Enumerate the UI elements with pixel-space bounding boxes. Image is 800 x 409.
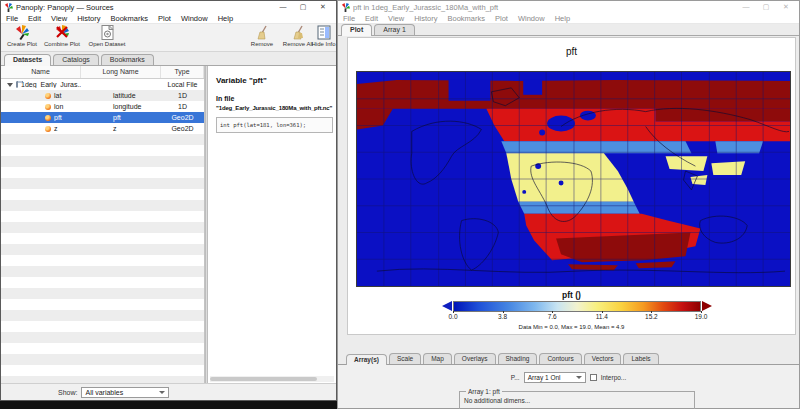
dataset-table: Name Long Name Type 1deg_Early_Juras... … [1,66,205,383]
broom-icon [255,25,269,40]
menu-item[interactable]: Edit [23,14,46,23]
column-header-name[interactable]: Name [1,66,81,78]
pft-world-map[interactable] [356,71,791,287]
table-row-dataset[interactable]: 1deg_Early_Juras... Local File [1,79,204,90]
tab-datasets[interactable]: Datasets [4,54,51,66]
combine-plot-button[interactable]: Combine Plot [41,25,83,47]
info-horizontal-scrollbar[interactable] [210,376,334,382]
menu-item[interactable]: History [72,14,105,23]
tick-label: 19.0 [695,313,708,320]
left-tab-row: Datasets Catalogs Bookmarks [1,52,336,66]
tab-vectors[interactable]: Vectors [584,353,622,364]
variable-icon [45,126,51,132]
menu-item[interactable]: Edit [360,14,383,23]
scrollbar-thumb[interactable] [210,377,317,381]
close-icon[interactable]: ✕ [776,3,796,11]
show-label: Show: [58,389,77,396]
tab-overlays[interactable]: Overlays [454,353,496,364]
table-header: Name Long Name Type [1,66,204,79]
broom-all-icon [291,25,305,40]
table-body: 1deg_Early_Juras... Local File lat latit… [1,79,204,383]
tab-scale[interactable]: Scale [389,353,421,364]
colorbar-right-arrow-icon [702,301,712,311]
array-mode-dropdown[interactable]: Array 1 Onl [524,372,586,383]
maximize-icon[interactable]: ▢ [756,3,776,11]
variable-declaration: int pft(lat=181, lon=361); [216,117,333,133]
tab-plot[interactable]: Plot [341,24,372,36]
tick-label: 11.4 [596,313,608,320]
tab-contours[interactable]: Contours [539,353,581,364]
menu-item[interactable]: Bookmarks [443,14,491,23]
minimize-icon[interactable]: — [736,3,756,11]
variable-icon [45,104,51,110]
tab-map[interactable]: Map [423,353,452,364]
right-title-bar[interactable]: pft in 1deg_Early_Jurassic_180Ma_with_pf… [338,1,799,13]
expand-triangle-icon[interactable] [7,83,13,87]
menu-item[interactable]: Window [513,14,550,23]
colorbar-gradient [453,301,701,312]
panoply-app-icon [341,3,350,12]
combine-plot-icon [54,25,70,40]
menu-item[interactable]: Bookmarks [106,14,154,23]
table-row-z[interactable]: z z Geo2D [1,123,204,134]
column-header-long-name[interactable]: Long Name [81,66,161,78]
interpolate-checkbox[interactable] [590,374,597,381]
variable-icon [45,93,51,99]
chevron-down-icon [159,391,165,394]
close-icon[interactable]: ✕ [313,3,333,11]
colorbar[interactable] [453,301,701,312]
tick-label: 3.8 [498,313,507,320]
table-row-pft-selected[interactable]: pft pft Geo2D [1,112,204,123]
table-row-lat[interactable]: lat latitude 1D [1,90,204,101]
minimize-icon[interactable]: — [273,3,293,11]
menu-item[interactable]: View [383,14,409,23]
map-title: pft [348,46,795,57]
menu-item[interactable]: Window [176,14,213,23]
menu-item[interactable]: Help [550,14,575,23]
colorbar-ticks: 0.0 3.8 7.6 11.4 15.2 19.0 [453,313,701,322]
open-dataset-button[interactable]: Open Dataset [85,25,129,47]
colorbar-left-arrow-icon [442,301,452,311]
info-panel-icon [317,25,331,40]
left-title-bar[interactable]: Panoply: Panoply — Sources — ▢ ✕ [1,1,336,13]
remove-button[interactable]: Remove [246,25,278,47]
maximize-icon[interactable]: ▢ [293,3,313,11]
array-settings-area: P... Array 1 Onl Interpo... Array 1: pft… [338,365,799,408]
plot-window: pft in 1deg_Early_Jurassic_180Ma_with_pf… [337,0,800,409]
tick-label: 7.6 [548,313,557,320]
groupbox-title: Array 1: pft [466,388,502,395]
tab-arrays[interactable]: Array(s) [346,354,387,365]
column-header-type[interactable]: Type [161,66,204,78]
menu-item[interactable]: Help [213,14,238,23]
left-footer: Show: All variables [1,383,336,400]
menu-item[interactable]: Plot [490,14,513,23]
table-row-lon[interactable]: lon longitude 1D [1,101,204,112]
show-variables-dropdown[interactable]: All variables [81,387,169,398]
tab-array-1[interactable]: Array 1 [374,24,415,35]
menu-item[interactable]: Plot [153,14,176,23]
tab-bookmarks[interactable]: Bookmarks [101,54,154,65]
groupbox-text: No additional dimens... [464,397,530,404]
variable-icon [45,115,51,121]
tick-label: 0.0 [448,313,457,320]
interpolate-label: Interpo... [601,374,627,381]
plot-settings-tab-row: Array(s) Scale Map Overlays Shading Cont… [338,353,799,365]
hide-info-button[interactable]: Hide Info [310,25,337,47]
menu-item[interactable]: File [338,14,360,23]
create-plot-button[interactable]: Create Plot [3,25,41,47]
left-menu-bar: File Edit View History Bookmarks Plot Wi… [1,13,336,24]
data-stats: Data Min = 0.0, Max = 19.0, Mean = 4.9 [348,324,795,330]
menu-item[interactable]: View [46,14,72,23]
tab-catalogs[interactable]: Catalogs [53,54,99,65]
menu-item[interactable]: History [409,14,442,23]
variable-info-panel: Variable "pft" In file "1deg_Early_Juras… [208,66,336,383]
left-toolbar: Create Plot Combine Plot Open Dataset [1,24,336,52]
info-filename: "1deg_Early_Jurassic_180Ma_with_pft.nc" [216,105,328,111]
info-in-file-label: In file [216,95,328,102]
plot-mode-label: P... [511,374,520,381]
tab-shading[interactable]: Shading [498,353,538,364]
tab-labels[interactable]: Labels [623,353,658,364]
panoply-app-icon [4,3,13,12]
menu-item[interactable]: File [1,14,23,23]
plot-tab-row: Plot Array 1 [338,24,799,36]
